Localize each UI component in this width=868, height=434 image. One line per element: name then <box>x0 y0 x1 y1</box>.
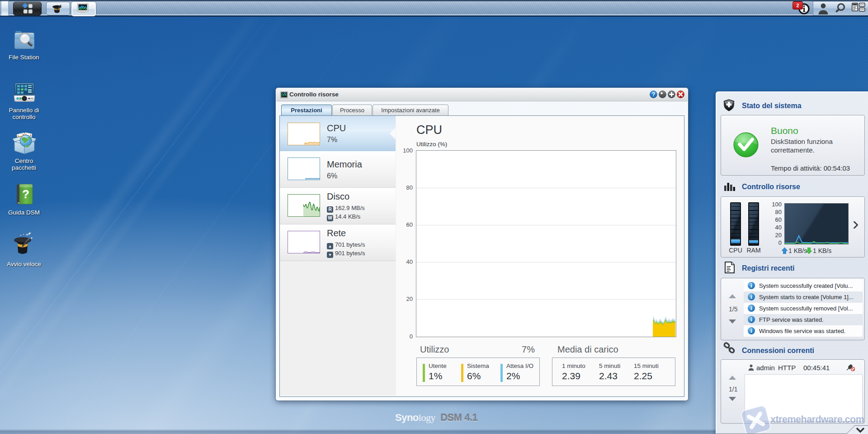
svg-text:?: ? <box>22 187 29 201</box>
svg-text:?: ? <box>652 91 655 98</box>
